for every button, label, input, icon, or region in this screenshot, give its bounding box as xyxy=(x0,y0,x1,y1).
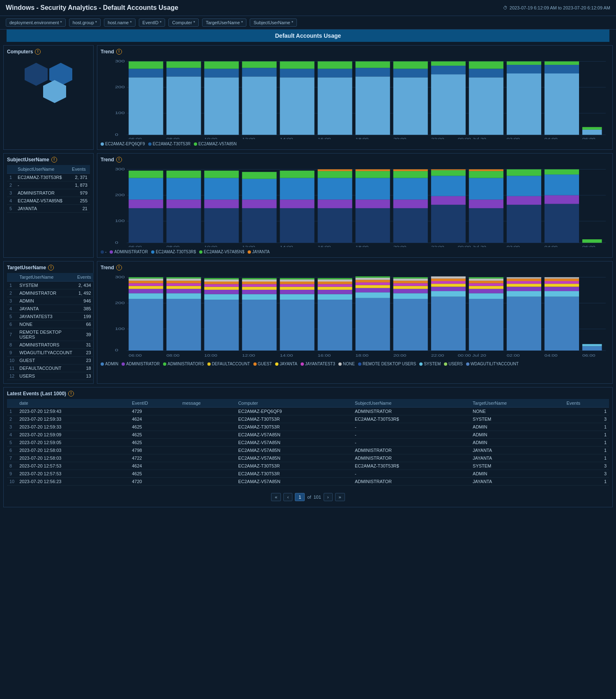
legend-1-item-3: EC2AMAZ-V57A85N xyxy=(194,142,237,146)
main-content: Default Accounts Usage Computers ! Trend… xyxy=(0,30,616,511)
svg-rect-114 xyxy=(507,176,541,196)
svg-text:10:00: 10:00 xyxy=(204,137,217,139)
svg-rect-219 xyxy=(469,279,503,281)
target-row: 10GUEST23 xyxy=(7,357,94,364)
svg-text:22:00: 22:00 xyxy=(431,245,444,247)
subject-row: 1 EC2AMAZ-T30T53R$ 2, 371 xyxy=(7,174,90,181)
svg-rect-21 xyxy=(280,69,314,77)
trend-3-panel: Trend ! 300 200 100 0 xyxy=(97,261,613,384)
svg-text:08:00: 08:00 xyxy=(166,353,179,357)
svg-rect-234 xyxy=(545,277,579,279)
computers-panel: Computers ! xyxy=(3,45,94,150)
svg-text:02:00: 02:00 xyxy=(507,137,520,139)
svg-rect-103 xyxy=(431,196,466,205)
svg-rect-100 xyxy=(393,171,428,178)
svg-rect-208 xyxy=(431,287,466,291)
legend-1-item-1: EC2AMAZ-EPQ6QF9 xyxy=(101,142,145,146)
svg-text:14:00: 14:00 xyxy=(280,245,293,247)
filter-hostgroup[interactable]: host.group * xyxy=(69,18,101,27)
svg-rect-236 xyxy=(582,344,602,346)
last-page-button[interactable]: » xyxy=(335,493,345,501)
svg-rect-16 xyxy=(204,62,239,69)
svg-rect-8 xyxy=(129,77,163,135)
svg-rect-82 xyxy=(242,172,276,179)
trend-1-legend: EC2AMAZ-EPQ6QF9 EC2AMAZ-T30T53R EC2AMAZ-… xyxy=(101,142,609,146)
subject-panel: SubjectUserName ! SubjectUserName Events… xyxy=(3,153,94,258)
svg-rect-11 xyxy=(166,76,201,135)
svg-rect-13 xyxy=(166,62,201,68)
legend-1-item-2: EC2AMAZ-T30T53R xyxy=(148,142,191,146)
svg-rect-92 xyxy=(356,208,390,243)
svg-rect-193 xyxy=(356,285,390,288)
filter-eventid[interactable]: EventID * xyxy=(139,18,165,27)
svg-rect-120 xyxy=(582,239,602,243)
svg-text:02:00: 02:00 xyxy=(507,353,520,357)
svg-rect-101 xyxy=(393,170,428,171)
trend-1-chart: 300 200 100 0 xyxy=(101,57,609,139)
event-row: 2 2023-07-20 12:59:33 4624 EC2AMAZ-T30T5… xyxy=(7,415,609,423)
svg-rect-98 xyxy=(393,199,428,208)
svg-rect-180 xyxy=(280,280,314,282)
svg-rect-97 xyxy=(393,208,428,243)
row-computers: Computers ! Trend ! 300 xyxy=(3,45,613,150)
svg-text:0: 0 xyxy=(115,240,118,245)
svg-rect-189 xyxy=(318,278,352,280)
prev-page-button[interactable]: ‹ xyxy=(283,493,292,501)
svg-rect-199 xyxy=(393,293,428,299)
page-title: Windows - Security Analytics - Default A… xyxy=(6,4,178,11)
svg-rect-228 xyxy=(545,297,579,351)
computers-warn-icon: ! xyxy=(35,49,41,55)
target-col-num xyxy=(7,273,17,282)
svg-rect-152 xyxy=(166,289,201,293)
page-header: Windows - Security Analytics - Default A… xyxy=(0,0,616,16)
svg-rect-22 xyxy=(280,62,314,69)
target-row: 6NONE66 xyxy=(7,321,94,328)
legend-1-dot-2 xyxy=(148,142,152,146)
subject-table: SubjectUserName Events 1 EC2AMAZ-T30T53R… xyxy=(7,165,90,213)
svg-rect-196 xyxy=(356,278,390,280)
svg-rect-19 xyxy=(242,62,276,68)
svg-rect-39 xyxy=(507,65,541,73)
subject-row: 5 JAYANTA 21 xyxy=(7,205,90,213)
svg-rect-159 xyxy=(204,294,239,300)
filter-targetuser[interactable]: TargetUserName * xyxy=(202,18,246,27)
svg-rect-109 xyxy=(469,178,503,200)
filter-hostname[interactable]: host.name * xyxy=(104,18,136,27)
svg-rect-69 xyxy=(129,178,163,200)
svg-rect-85 xyxy=(280,178,314,200)
current-page-button[interactable]: 1 xyxy=(295,493,305,501)
leg2-1: - xyxy=(101,250,106,254)
svg-text:20:00: 20:00 xyxy=(393,245,407,247)
svg-rect-36 xyxy=(469,69,503,77)
svg-rect-14 xyxy=(204,77,239,135)
svg-rect-224 xyxy=(507,284,541,286)
svg-rect-30 xyxy=(393,69,428,77)
trend-2-title: Trend ! xyxy=(101,157,609,163)
svg-rect-200 xyxy=(393,289,428,293)
svg-rect-76 xyxy=(204,199,239,208)
svg-rect-102 xyxy=(431,205,466,243)
svg-rect-143 xyxy=(129,293,163,299)
first-page-button[interactable]: « xyxy=(271,493,281,501)
svg-rect-179 xyxy=(280,282,314,284)
filter-subjectuser[interactable]: SubjectUserName * xyxy=(250,18,297,27)
svg-text:20:00: 20:00 xyxy=(393,137,407,139)
svg-rect-99 xyxy=(393,178,428,200)
filter-computer[interactable]: Computer * xyxy=(168,18,199,27)
svg-rect-205 xyxy=(393,277,428,279)
svg-rect-93 xyxy=(356,199,390,208)
svg-rect-116 xyxy=(545,204,579,243)
svg-text:00:00 Jul 20: 00:00 Jul 20 xyxy=(458,245,486,247)
svg-rect-178 xyxy=(280,284,314,286)
target-row: 1SYSTEM2, 434 xyxy=(7,282,94,289)
svg-text:18:00: 18:00 xyxy=(356,353,369,357)
svg-rect-33 xyxy=(431,66,466,74)
svg-text:12:00: 12:00 xyxy=(242,353,255,357)
svg-text:08:00: 08:00 xyxy=(166,245,179,247)
svg-rect-41 xyxy=(545,73,579,135)
filter-deployment[interactable]: deployment.environment * xyxy=(6,18,66,27)
svg-rect-32 xyxy=(431,74,466,135)
computers-panel-title: Computers ! xyxy=(7,49,90,55)
next-page-button[interactable]: › xyxy=(324,493,333,501)
pagination: « ‹ 1 of 101 › » xyxy=(7,490,609,504)
